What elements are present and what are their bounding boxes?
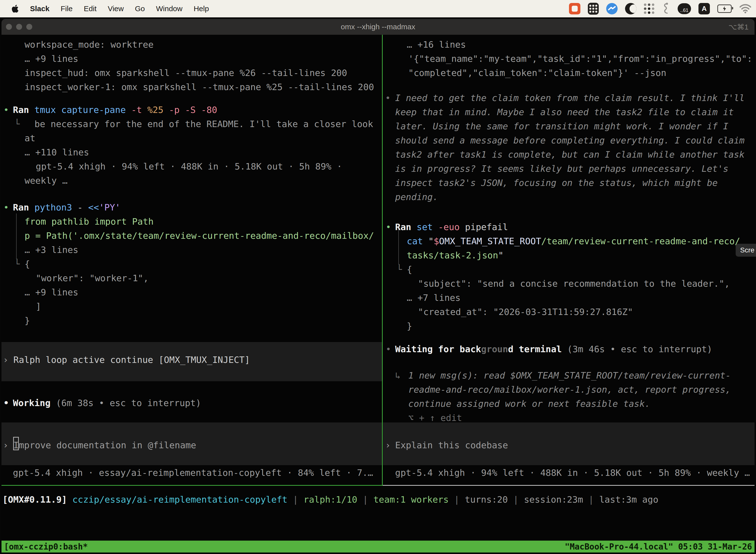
terminal-line-right: • (386, 221, 391, 233)
terminal-line-right: keep that in mind. Maybe I also need the… (395, 106, 734, 118)
terminal-line-right: { (407, 264, 412, 276)
terminal-line-left: inspect_hud: omx sparkshell --tmux-pane … (24, 67, 347, 79)
seahorse-icon[interactable] (662, 3, 670, 15)
terminal-line-right: cat "$OMX_TEAM_STATE_ROOT/team/review-cu… (407, 235, 740, 247)
terminal-line-right: ↳ (395, 370, 400, 382)
terminal-line-right: is in progress? It seems likely but perh… (395, 163, 729, 175)
terminal-line-left: at (24, 132, 35, 144)
wifi-icon[interactable] (739, 3, 752, 15)
terminal-line-left: Ran python3 - <<'PY' (13, 202, 121, 214)
terminal-line-right: readme-and-reco/mailbox/worker-1.json, a… (408, 384, 731, 396)
terminal-line-left: Improve documentation in @filename (13, 439, 196, 451)
terminal-line-right: Explain this codebase (395, 439, 508, 451)
terminal-line-right: later. Using the same for transition mig… (395, 120, 729, 132)
macos-menu-bar: Slack File Edit View Go Window Help (0, 0, 756, 17)
tmux-session-label: [omx-cczip0:bash* (4, 542, 88, 552)
terminal-line-right: inspect task2's JSON, focusing on the st… (395, 177, 717, 189)
terminal-line-right: └ (397, 264, 402, 276)
terminal-line-right: • (385, 92, 391, 104)
dots-grid-icon[interactable] (644, 3, 654, 15)
menu-item-help[interactable]: Help (194, 4, 209, 13)
terminal-line-left: p = Path('.omx/state/team/review-current… (24, 230, 374, 242)
battery-icon[interactable] (717, 3, 732, 15)
inactive-pane-border (383, 485, 755, 486)
terminal-line-left: inspect_worker-1: omx sparkshell --tmux-… (24, 81, 374, 93)
terminal-content: workspace_mode: worktree… +9 linesinspec… (0, 0, 756, 554)
terminal-line-right: gpt-5.4 xhigh · 94% left · 488K in · 5.1… (395, 467, 750, 479)
active-pane-border (1, 485, 383, 486)
crescent-icon[interactable] (625, 3, 636, 15)
terminal-line-right: Ran set -euo pipefail (395, 221, 508, 233)
terminal-line-left: gpt-5.4 xhigh · 94% left · 488K in · 5.1… (36, 161, 342, 172)
terminal-line-left: … +9 lines (24, 53, 78, 65)
terminal-line-left: Working (6m 38s • esc to interrupt) (13, 397, 201, 409)
terminal-line-left: "worker": "worker-1", (36, 272, 148, 284)
terminal-line-left: gpt-5.4 xhigh · essay/ai-reimplementatio… (13, 467, 373, 479)
terminal-line-left: … +3 lines (24, 244, 78, 256)
usage-badge-icon[interactable]: ..61 (678, 3, 691, 15)
terminal-line-left: • (3, 202, 9, 214)
terminal-line-left: be necessary for the end of the README. … (35, 118, 373, 130)
menu-item-window[interactable]: Window (156, 4, 183, 13)
output-connector-line (16, 214, 17, 259)
apple-menu-icon[interactable] (11, 3, 19, 15)
terminal-line-left: } (24, 315, 30, 327)
terminal-line-right: "subject": "send a concise recommendatio… (418, 278, 730, 290)
screen: Slack File Edit View Go Window Help (0, 0, 756, 554)
keypad-icon[interactable] (588, 3, 599, 15)
terminal-line-right: Waiting for background terminal (3m 46s … (395, 343, 712, 355)
terminal-line-right: I need to get the claim token from the c… (395, 92, 745, 104)
tmux-status-bar: [omx-cczip0:bash* "MacBook-Pro-44.local"… (1, 541, 755, 553)
terminal-line-left: Ralph loop active continue [OMX_TMUX_INJ… (13, 354, 250, 366)
terminal-line-left: └ (14, 118, 20, 130)
terminal-line-right: … +7 lines (407, 292, 460, 304)
menu-item-go[interactable]: Go (135, 4, 145, 13)
terminal-line-left: ] (36, 300, 41, 313)
menu-item-edit[interactable]: Edit (84, 4, 97, 13)
messenger-icon[interactable] (606, 3, 618, 15)
terminal-line-right: should send a message before completing … (395, 134, 745, 147)
terminal-line-left: workspace_mode: worktree (24, 39, 153, 51)
terminal-line-left: • (3, 397, 9, 409)
a-badge-icon[interactable]: A (698, 3, 710, 15)
terminal-line-left: … +110 lines (24, 147, 89, 158)
terminal-line-right: '{"team_name":"my-team","task_id":"1","f… (408, 53, 752, 65)
terminal-line-right: • (386, 343, 391, 355)
terminal-line-right: … +16 lines (407, 39, 466, 51)
menu-bar-left: Slack File Edit View Go Window Help (0, 3, 209, 15)
terminal-line-right: task2 after task1 is complete, but can I… (395, 149, 745, 161)
menu-app-name[interactable]: Slack (30, 4, 49, 13)
pane-divider (382, 35, 383, 485)
terminal-line-left: › (3, 354, 8, 366)
terminal-line-right: continue assigned work or next feasible … (408, 398, 650, 410)
terminal-line-left: └ (14, 258, 20, 270)
menu-item-view[interactable]: View (108, 4, 124, 13)
terminal-line-right: 1 new msg(s): read $OMX_TEAM_STATE_ROOT/… (408, 370, 731, 382)
terminal-line-right: pending. (395, 191, 438, 203)
terminal-line-right: "created_at": "2026-03-31T11:59:27.816Z" (418, 306, 633, 318)
menu-item-file[interactable]: File (61, 4, 72, 13)
terminal-line-right: "completed","claim_token":"claim-token"}… (408, 67, 666, 79)
terminal-line-left: › (3, 439, 8, 451)
terminal-line-left: from pathlib import Path (24, 216, 153, 228)
terminal-line-right: } (407, 320, 412, 332)
terminal-line-left: { (24, 258, 30, 270)
terminal-cursor (13, 437, 19, 450)
terminal-line-left: weekly … (24, 175, 67, 187)
terminal-line-right: › (385, 439, 391, 451)
menu-bar-status-icons: ..61 A (569, 3, 756, 15)
orange-chat-app-icon[interactable] (569, 3, 580, 15)
terminal-line-left: • (3, 104, 9, 116)
tmux-host-clock: "MacBook-Pro-44.local" 05:03 31-Mar-26 (565, 542, 752, 552)
terminal-line-right: tasks/task-2.json" (407, 250, 504, 261)
terminal-line-left: … +9 lines (24, 286, 78, 298)
terminal-line-right: ⌥ + ↑ edit (408, 412, 462, 424)
omx-status-line: [OMX#0.11.9] cczip/essay/ai-reimplementa… (2, 494, 658, 506)
screen-tooltip: Scre (736, 244, 756, 257)
terminal-line-left: Ran tmux capture-pane -t %25 -p -S -80 (13, 104, 217, 116)
